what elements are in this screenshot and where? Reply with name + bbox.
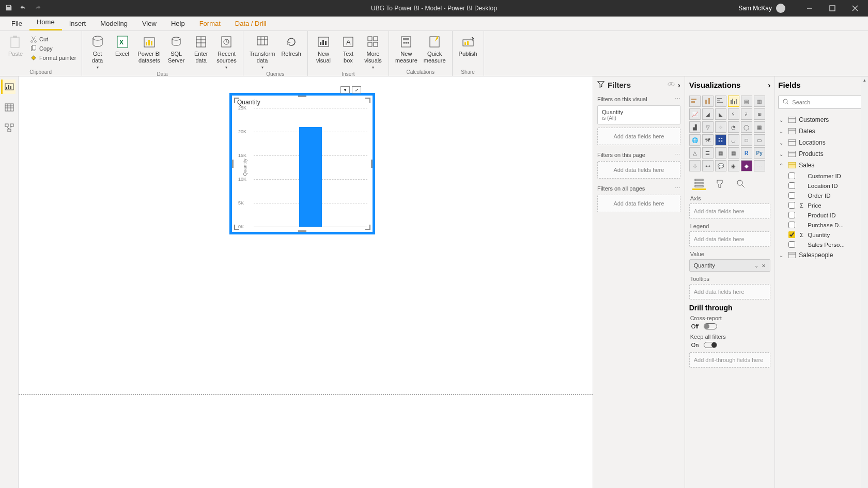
viz-r-icon[interactable]: R bbox=[741, 147, 752, 159]
viz-stacked-bar-icon[interactable] bbox=[689, 96, 701, 107]
minimize-button[interactable] bbox=[801, 1, 818, 15]
resize-handle[interactable] bbox=[365, 98, 370, 103]
resize-handle[interactable] bbox=[371, 160, 373, 168]
fields-tab-icon[interactable] bbox=[692, 177, 706, 190]
more-icon[interactable]: ⋯ bbox=[675, 151, 680, 158]
viz-gauge-icon[interactable]: ◡ bbox=[728, 134, 739, 146]
analytics-tab-icon[interactable] bbox=[734, 177, 747, 190]
resize-handle[interactable] bbox=[234, 98, 239, 103]
field-orderid[interactable]: Order ID bbox=[778, 191, 865, 200]
more-icon[interactable]: ⋯ bbox=[675, 185, 680, 192]
eye-icon[interactable] bbox=[668, 81, 675, 89]
viz-key-influencers-icon[interactable]: ⊹ bbox=[689, 160, 701, 171]
viz-stacked-column-icon[interactable] bbox=[702, 96, 714, 107]
field-purchasedate[interactable]: Purchase D... bbox=[778, 220, 865, 230]
field-productid[interactable]: Product ID bbox=[778, 210, 865, 220]
publish-button[interactable]: Publish bbox=[457, 33, 479, 58]
viz-pie-icon[interactable]: ◔ bbox=[728, 121, 739, 133]
tab-view[interactable]: View bbox=[135, 17, 164, 30]
text-box-button[interactable]: AText box bbox=[337, 33, 360, 65]
viz-ribbon-icon[interactable]: ≋ bbox=[754, 108, 765, 120]
fields-search[interactable]: Search bbox=[778, 96, 865, 109]
chart-visual[interactable]: ▾ ⤢ Quantity Quantity 25K 20K 15K 10K 5K… bbox=[229, 93, 375, 234]
more-visuals-button[interactable]: More visuals▾ bbox=[362, 33, 384, 71]
table-sales[interactable]: ⌃Sales bbox=[778, 160, 865, 171]
viz-line-icon[interactable]: 📈 bbox=[689, 108, 701, 120]
table-locations[interactable]: ⌄Locations bbox=[778, 137, 865, 148]
maximize-button[interactable] bbox=[824, 1, 841, 15]
collapse-icon[interactable]: › bbox=[678, 81, 680, 89]
filter-dropzone-all[interactable]: Add data fields here bbox=[597, 195, 680, 212]
transform-data-button[interactable]: Transform data▾ bbox=[247, 33, 277, 71]
cut-button[interactable]: Cut bbox=[29, 35, 78, 43]
viz-waterfall-icon[interactable]: ▟ bbox=[689, 121, 701, 133]
format-tab-icon[interactable] bbox=[713, 177, 726, 190]
viz-treemap-icon[interactable]: ▦ bbox=[754, 121, 765, 133]
viz-kpi-icon[interactable]: △ bbox=[689, 147, 701, 159]
refresh-button[interactable]: Refresh bbox=[279, 33, 303, 58]
viz-more-icon[interactable]: ⋯ bbox=[754, 160, 765, 171]
viz-clustered-bar-icon[interactable] bbox=[715, 96, 726, 107]
viz-scatter-icon[interactable]: ⁘ bbox=[715, 121, 726, 133]
paste-button[interactable]: Paste bbox=[4, 33, 27, 58]
viz-paginated-icon[interactable]: ◉ bbox=[728, 160, 739, 171]
excel-button[interactable]: XExcel bbox=[111, 33, 134, 58]
resize-handle[interactable] bbox=[298, 96, 306, 97]
scroll-up-icon[interactable]: ▴ bbox=[861, 76, 868, 84]
table-dates[interactable]: ⌄Dates bbox=[778, 125, 865, 137]
keep-filters-toggle[interactable] bbox=[704, 342, 717, 348]
viz-matrix-icon[interactable]: ▦ bbox=[728, 147, 739, 159]
pbi-datasets-button[interactable]: Power BI datasets bbox=[136, 33, 163, 65]
legend-well[interactable]: Add data fields here bbox=[689, 231, 771, 247]
format-painter-button[interactable]: Format painter bbox=[29, 54, 78, 62]
viz-line-clustered-icon[interactable]: ⫔ bbox=[741, 108, 752, 120]
table-customers[interactable]: ⌄Customers bbox=[778, 114, 865, 125]
axis-well[interactable]: Add data fields here bbox=[689, 203, 771, 219]
tab-modeling[interactable]: Modeling bbox=[93, 17, 135, 30]
viz-100-bar-icon[interactable]: ▤ bbox=[741, 96, 752, 107]
table-salespeople[interactable]: ⌄Salespeople bbox=[778, 249, 865, 261]
tab-help[interactable]: Help bbox=[164, 17, 192, 30]
field-locationid[interactable]: Location ID bbox=[778, 181, 865, 191]
sql-server-button[interactable]: SQL Server bbox=[165, 33, 188, 65]
new-visual-button[interactable]: New visual bbox=[312, 33, 335, 65]
scrollbar[interactable]: ▴ bbox=[861, 76, 868, 488]
viz-funnel-icon[interactable]: ▽ bbox=[702, 121, 714, 133]
field-quantity[interactable]: ΣQuantity bbox=[778, 230, 865, 240]
viz-qa-icon[interactable]: 💬 bbox=[715, 160, 726, 171]
viz-card-icon[interactable]: □ bbox=[741, 134, 752, 146]
user-display[interactable]: Sam McKay bbox=[738, 4, 785, 13]
viz-powerapps-icon[interactable]: ◆ bbox=[741, 160, 752, 171]
undo-icon[interactable] bbox=[20, 4, 27, 13]
quick-measure-button[interactable]: Quick measure bbox=[422, 33, 448, 65]
visual-header-focus-icon[interactable]: ⤢ bbox=[352, 86, 361, 93]
value-well-quantity[interactable]: Quantity ⌄ ✕ bbox=[689, 259, 771, 272]
data-view-button[interactable] bbox=[2, 100, 17, 115]
model-view-button[interactable] bbox=[2, 121, 17, 135]
tab-format[interactable]: Format bbox=[192, 17, 228, 30]
viz-line-column-icon[interactable]: ⫓ bbox=[728, 108, 739, 120]
viz-decomposition-icon[interactable]: ⊷ bbox=[702, 160, 714, 171]
drillthrough-well[interactable]: Add drill-through fields here bbox=[689, 352, 771, 368]
viz-stacked-area-icon[interactable]: ◣ bbox=[715, 108, 726, 120]
chart-bar[interactable] bbox=[299, 127, 322, 227]
table-products[interactable]: ⌄Products bbox=[778, 148, 865, 160]
viz-clustered-column-icon[interactable] bbox=[728, 96, 739, 107]
recent-sources-button[interactable]: Recent sources▾ bbox=[214, 33, 239, 71]
filter-dropzone-visual[interactable]: Add data fields here bbox=[597, 128, 680, 145]
remove-icon[interactable]: ✕ bbox=[762, 263, 766, 269]
tab-file[interactable]: File bbox=[4, 17, 29, 30]
report-canvas[interactable]: ▾ ⤢ Quantity Quantity 25K 20K 15K 10K 5K… bbox=[19, 76, 593, 488]
viz-map-icon[interactable]: 🌐 bbox=[689, 134, 701, 146]
viz-multi-card-icon[interactable]: ▭ bbox=[754, 134, 765, 146]
viz-donut-icon[interactable]: ◯ bbox=[741, 121, 752, 133]
resize-handle[interactable] bbox=[298, 230, 306, 232]
chevron-down-icon[interactable]: ⌄ bbox=[754, 263, 758, 269]
viz-python-icon[interactable]: Py bbox=[754, 147, 765, 159]
field-price[interactable]: ΣPrice bbox=[778, 200, 865, 210]
viz-slicer-icon[interactable]: ☰ bbox=[702, 147, 714, 159]
close-button[interactable] bbox=[846, 1, 864, 15]
get-data-button[interactable]: Get data▾ bbox=[86, 33, 109, 71]
viz-filled-map-icon[interactable]: 🗺 bbox=[702, 134, 714, 146]
tab-datadrill[interactable]: Data / Drill bbox=[228, 17, 274, 30]
